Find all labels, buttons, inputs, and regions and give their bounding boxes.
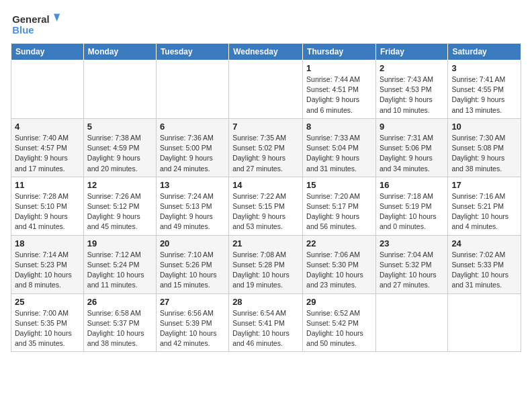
day-number: 14 — [232, 180, 299, 190]
logo-icon: GeneralBlue — [11, 11, 64, 38]
day-cell: 10Sunrise: 7:30 AM Sunset: 5:08 PM Dayli… — [448, 118, 521, 177]
day-info: Sunrise: 7:06 AM Sunset: 5:30 PM Dayligh… — [306, 250, 372, 291]
day-cell: 4Sunrise: 7:40 AM Sunset: 4:57 PM Daylig… — [11, 118, 84, 177]
day-cell — [229, 60, 303, 119]
day-info: Sunrise: 7:14 AM Sunset: 5:23 PM Dayligh… — [15, 250, 80, 291]
day-info: Sunrise: 7:02 AM Sunset: 5:33 PM Dayligh… — [451, 250, 517, 291]
header-saturday: Saturday — [448, 44, 521, 60]
day-cell: 5Sunrise: 7:38 AM Sunset: 4:59 PM Daylig… — [83, 118, 156, 177]
day-cell: 27Sunrise: 6:56 AM Sunset: 5:39 PM Dayli… — [156, 293, 228, 352]
page-header: GeneralBlue — [11, 11, 521, 38]
day-info: Sunrise: 7:28 AM Sunset: 5:10 PM Dayligh… — [15, 191, 80, 232]
day-info: Sunrise: 7:30 AM Sunset: 5:08 PM Dayligh… — [451, 133, 517, 174]
day-number: 8 — [306, 122, 372, 132]
week-row-1: 1Sunrise: 7:44 AM Sunset: 4:51 PM Daylig… — [11, 60, 521, 119]
svg-marker-2 — [54, 14, 60, 21]
day-cell: 18Sunrise: 7:14 AM Sunset: 5:23 PM Dayli… — [11, 235, 84, 293]
day-info: Sunrise: 7:36 AM Sunset: 5:00 PM Dayligh… — [160, 133, 225, 174]
day-number: 23 — [380, 238, 444, 248]
day-number: 7 — [232, 122, 299, 132]
week-row-3: 11Sunrise: 7:28 AM Sunset: 5:10 PM Dayli… — [11, 177, 521, 235]
day-number: 12 — [87, 180, 152, 190]
header-sunday: Sunday — [11, 44, 84, 60]
day-info: Sunrise: 7:43 AM Sunset: 4:53 PM Dayligh… — [380, 75, 444, 116]
day-number: 29 — [306, 297, 372, 307]
day-cell: 17Sunrise: 7:16 AM Sunset: 5:21 PM Dayli… — [448, 177, 521, 235]
day-number: 27 — [160, 297, 225, 307]
day-number: 13 — [160, 180, 225, 190]
day-info: Sunrise: 7:24 AM Sunset: 5:13 PM Dayligh… — [160, 191, 225, 232]
day-info: Sunrise: 7:44 AM Sunset: 4:51 PM Dayligh… — [306, 75, 372, 116]
day-number: 15 — [306, 180, 372, 190]
day-info: Sunrise: 7:04 AM Sunset: 5:32 PM Dayligh… — [380, 250, 444, 291]
day-number: 26 — [87, 297, 152, 307]
day-cell: 28Sunrise: 6:54 AM Sunset: 5:41 PM Dayli… — [229, 293, 303, 352]
day-number: 1 — [306, 63, 372, 73]
day-number: 11 — [15, 180, 80, 190]
logo: GeneralBlue — [11, 11, 64, 38]
day-cell: 20Sunrise: 7:10 AM Sunset: 5:26 PM Dayli… — [156, 235, 228, 293]
day-cell: 23Sunrise: 7:04 AM Sunset: 5:32 PM Dayli… — [375, 235, 447, 293]
day-info: Sunrise: 7:00 AM Sunset: 5:35 PM Dayligh… — [15, 308, 80, 349]
day-number: 3 — [451, 63, 517, 73]
day-number: 25 — [15, 297, 80, 307]
day-number: 10 — [451, 122, 517, 132]
day-number: 4 — [15, 122, 80, 132]
day-info: Sunrise: 7:31 AM Sunset: 5:06 PM Dayligh… — [380, 133, 444, 174]
day-number: 24 — [451, 238, 517, 248]
day-cell — [156, 60, 228, 119]
day-number: 22 — [306, 238, 372, 248]
day-info: Sunrise: 7:18 AM Sunset: 5:19 PM Dayligh… — [380, 191, 444, 232]
header-friday: Friday — [375, 44, 447, 60]
day-info: Sunrise: 7:20 AM Sunset: 5:17 PM Dayligh… — [306, 191, 372, 232]
svg-text:General: General — [12, 14, 49, 25]
day-info: Sunrise: 6:58 AM Sunset: 5:37 PM Dayligh… — [87, 308, 152, 349]
day-number: 9 — [380, 122, 444, 132]
day-cell: 26Sunrise: 6:58 AM Sunset: 5:37 PM Dayli… — [83, 293, 156, 352]
day-number: 19 — [87, 238, 152, 248]
day-number: 21 — [232, 238, 299, 248]
day-cell — [448, 293, 521, 352]
day-info: Sunrise: 7:22 AM Sunset: 5:15 PM Dayligh… — [232, 191, 299, 232]
day-cell: 16Sunrise: 7:18 AM Sunset: 5:19 PM Dayli… — [375, 177, 447, 235]
day-cell: 6Sunrise: 7:36 AM Sunset: 5:00 PM Daylig… — [156, 118, 228, 177]
day-cell: 8Sunrise: 7:33 AM Sunset: 5:04 PM Daylig… — [303, 118, 376, 177]
day-cell: 14Sunrise: 7:22 AM Sunset: 5:15 PM Dayli… — [229, 177, 303, 235]
header-thursday: Thursday — [303, 44, 376, 60]
day-cell: 24Sunrise: 7:02 AM Sunset: 5:33 PM Dayli… — [448, 235, 521, 293]
day-number: 17 — [451, 180, 517, 190]
week-row-5: 25Sunrise: 7:00 AM Sunset: 5:35 PM Dayli… — [11, 293, 521, 352]
day-cell: 29Sunrise: 6:52 AM Sunset: 5:42 PM Dayli… — [303, 293, 376, 352]
day-number: 20 — [160, 238, 225, 248]
day-info: Sunrise: 7:10 AM Sunset: 5:26 PM Dayligh… — [160, 250, 225, 291]
day-cell — [375, 293, 447, 352]
calendar-table: SundayMondayTuesdayWednesdayThursdayFrid… — [11, 43, 521, 352]
day-number: 2 — [380, 63, 444, 73]
day-info: Sunrise: 6:56 AM Sunset: 5:39 PM Dayligh… — [160, 308, 225, 349]
day-cell: 22Sunrise: 7:06 AM Sunset: 5:30 PM Dayli… — [303, 235, 376, 293]
week-row-4: 18Sunrise: 7:14 AM Sunset: 5:23 PM Dayli… — [11, 235, 521, 293]
day-cell: 7Sunrise: 7:35 AM Sunset: 5:02 PM Daylig… — [229, 118, 303, 177]
day-number: 18 — [15, 238, 80, 248]
day-cell: 25Sunrise: 7:00 AM Sunset: 5:35 PM Dayli… — [11, 293, 84, 352]
day-info: Sunrise: 7:16 AM Sunset: 5:21 PM Dayligh… — [451, 191, 517, 232]
day-cell: 11Sunrise: 7:28 AM Sunset: 5:10 PM Dayli… — [11, 177, 84, 235]
header-wednesday: Wednesday — [229, 44, 303, 60]
day-number: 6 — [160, 122, 225, 132]
day-cell — [11, 60, 84, 119]
day-info: Sunrise: 7:08 AM Sunset: 5:28 PM Dayligh… — [232, 250, 299, 291]
day-info: Sunrise: 7:26 AM Sunset: 5:12 PM Dayligh… — [87, 191, 152, 232]
week-row-2: 4Sunrise: 7:40 AM Sunset: 4:57 PM Daylig… — [11, 118, 521, 177]
day-info: Sunrise: 7:35 AM Sunset: 5:02 PM Dayligh… — [232, 133, 299, 174]
header-tuesday: Tuesday — [156, 44, 228, 60]
day-number: 28 — [232, 297, 299, 307]
day-info: Sunrise: 6:54 AM Sunset: 5:41 PM Dayligh… — [232, 308, 299, 349]
day-cell: 3Sunrise: 7:41 AM Sunset: 4:55 PM Daylig… — [448, 60, 521, 119]
day-info: Sunrise: 7:38 AM Sunset: 4:59 PM Dayligh… — [87, 133, 152, 174]
day-number: 5 — [87, 122, 152, 132]
day-info: Sunrise: 7:12 AM Sunset: 5:24 PM Dayligh… — [87, 250, 152, 291]
day-cell: 13Sunrise: 7:24 AM Sunset: 5:13 PM Dayli… — [156, 177, 228, 235]
day-cell: 21Sunrise: 7:08 AM Sunset: 5:28 PM Dayli… — [229, 235, 303, 293]
day-info: Sunrise: 6:52 AM Sunset: 5:42 PM Dayligh… — [306, 308, 372, 349]
day-number: 16 — [380, 180, 444, 190]
